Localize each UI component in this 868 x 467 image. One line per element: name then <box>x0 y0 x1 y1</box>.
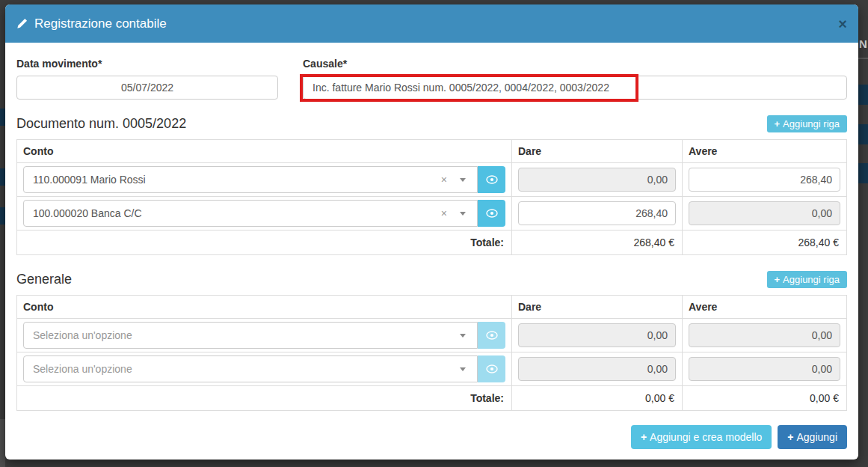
eye-icon <box>486 331 498 340</box>
dare-input[interactable] <box>518 201 676 225</box>
avere-column-header: Avere <box>683 296 847 319</box>
causale-field-group: Causale* <box>303 58 847 100</box>
totals-row: Totale: 0,00 € 0,00 € <box>17 386 847 411</box>
table-row: Seleziona un'opzione <box>17 319 847 352</box>
background-page-fragment <box>0 168 5 186</box>
data-movimento-input[interactable] <box>16 76 278 100</box>
background-page-fragment <box>858 163 868 183</box>
modal-footer: +Aggiungi e crea modello +Aggiungi <box>16 425 847 449</box>
documento-add-row-button[interactable]: +Aggiungi riga <box>767 115 847 132</box>
avere-input <box>689 357 840 381</box>
x-clear-icon[interactable]: × <box>441 174 447 185</box>
avere-input[interactable] <box>689 168 840 192</box>
avere-input <box>689 323 840 347</box>
eye-icon <box>486 364 498 373</box>
modal-body: Data movimento* Causale* Documento num. … <box>5 43 858 449</box>
conto-select-group: Seleziona un'opzione <box>23 355 505 382</box>
totale-label: Totale: <box>17 386 512 411</box>
totale-avere-value: 0,00 € <box>683 386 847 411</box>
background-page-fragment <box>858 85 868 105</box>
conto-select-placeholder: Seleziona un'opzione <box>33 363 132 375</box>
caret-down-icon <box>460 334 466 338</box>
totale-avere-value: 268,40 € <box>683 231 847 255</box>
plus-icon: + <box>775 118 781 129</box>
data-movimento-label: Data movimento* <box>16 58 278 70</box>
conto-select-group: 100.000020 Banca C/C × <box>23 200 505 227</box>
caret-down-icon <box>460 212 466 216</box>
background-text-fragment: N <box>859 37 868 51</box>
eye-button[interactable] <box>478 355 505 382</box>
conto-select-placeholder: Seleziona un'opzione <box>33 329 132 341</box>
eye-button[interactable] <box>478 166 505 193</box>
conto-select-group: Seleziona un'opzione <box>23 322 505 349</box>
dare-column-header: Dare <box>512 296 683 319</box>
generale-table-header-row: Conto Dare Avere <box>17 296 847 319</box>
documento-table: Conto Dare Avere 110.000091 Mario Rossi … <box>16 139 847 255</box>
avere-input <box>689 201 840 225</box>
dare-input <box>518 357 676 381</box>
totale-label: Totale: <box>17 231 512 255</box>
plus-icon: + <box>641 431 647 443</box>
top-form-row: Data movimento* Causale* <box>16 58 847 100</box>
conto-select[interactable]: Seleziona un'opzione <box>23 322 478 349</box>
caret-down-icon <box>460 178 466 182</box>
totals-row: Totale: 268,40 € 268,40 € <box>17 231 847 255</box>
x-clear-icon[interactable]: × <box>441 208 447 219</box>
totale-dare-value: 0,00 € <box>512 386 683 411</box>
background-page-fragment <box>858 124 868 144</box>
conto-select[interactable]: 110.000091 Mario Rossi × <box>23 166 478 193</box>
generale-section-header: Generale +Aggiungi riga <box>16 271 847 288</box>
plus-icon: + <box>775 274 781 285</box>
causale-input[interactable] <box>303 76 847 100</box>
totale-dare-value: 268,40 € <box>512 231 683 255</box>
conto-select-value: 110.000091 Mario Rossi <box>33 174 146 186</box>
table-row: 110.000091 Mario Rossi × <box>17 163 847 197</box>
dare-input <box>518 323 676 347</box>
background-page-fragment <box>0 109 5 126</box>
dare-column-header: Dare <box>512 140 683 163</box>
registrazione-contabile-modal: Registrazione contabile × Data movimento… <box>5 4 858 460</box>
conto-select[interactable]: 100.000020 Banca C/C × <box>23 200 478 227</box>
background-page-fragment <box>0 207 5 225</box>
avere-column-header: Avere <box>683 140 847 163</box>
causale-label: Causale* <box>303 58 847 70</box>
modal-header: Registrazione contabile × <box>5 4 858 43</box>
conto-select-value: 100.000020 Banca C/C <box>33 207 142 219</box>
generale-add-row-button[interactable]: +Aggiungi riga <box>767 271 847 288</box>
modal-title: Registrazione contabile <box>16 16 167 31</box>
pencil-icon <box>16 18 28 29</box>
documento-table-header-row: Conto Dare Avere <box>17 140 847 163</box>
eye-icon <box>486 175 498 184</box>
documento-section-title: Documento num. 0005/2022 <box>16 116 186 132</box>
plus-icon: + <box>787 431 793 443</box>
conto-select[interactable]: Seleziona un'opzione <box>23 355 478 382</box>
background-page-fragment <box>0 419 5 467</box>
conto-column-header: Conto <box>17 296 512 319</box>
modal-title-text: Registrazione contabile <box>34 16 167 31</box>
documento-section-header: Documento num. 0005/2022 +Aggiungi riga <box>16 115 847 132</box>
close-icon[interactable]: × <box>838 16 847 31</box>
conto-select-group: 110.000091 Mario Rossi × <box>23 166 505 193</box>
dare-input <box>518 168 676 192</box>
eye-button[interactable] <box>478 200 505 227</box>
background-page-fragment <box>858 58 868 59</box>
eye-button[interactable] <box>478 322 505 349</box>
table-row: Seleziona un'opzione <box>17 352 847 386</box>
conto-column-header: Conto <box>17 140 512 163</box>
aggiungi-button[interactable]: +Aggiungi <box>778 425 847 449</box>
generale-section-title: Generale <box>16 272 72 287</box>
caret-down-icon <box>460 367 466 371</box>
eye-icon <box>486 209 498 218</box>
aggiungi-e-crea-modello-button[interactable]: +Aggiungi e crea modello <box>631 425 772 449</box>
data-movimento-field-group: Data movimento* <box>16 58 278 100</box>
generale-table: Conto Dare Avere Seleziona un'opzione <box>16 295 847 411</box>
table-row: 100.000020 Banca C/C × <box>17 197 847 231</box>
